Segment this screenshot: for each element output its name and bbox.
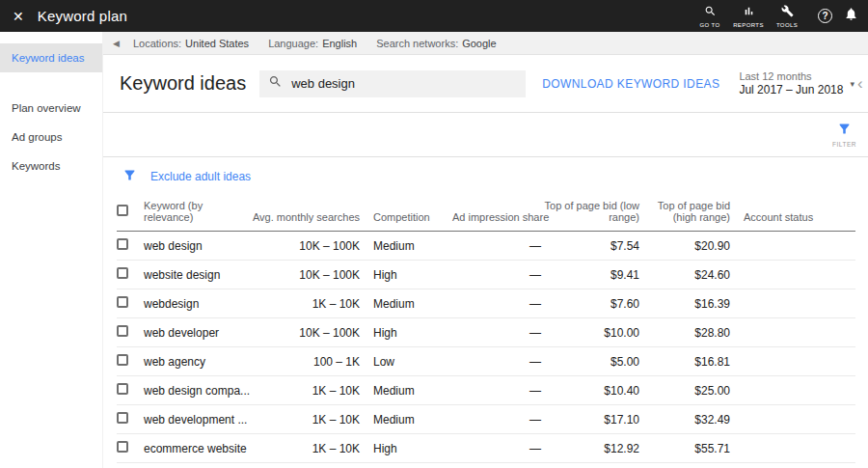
searches-cell: 10K – 100K — [252, 318, 360, 347]
bid-high-cell: $55.71 — [639, 434, 730, 463]
networks-setting[interactable]: Search networks: Google — [376, 38, 496, 49]
column-header-bid-high[interactable]: Top of page bid (high range) — [639, 196, 730, 232]
account-status-cell — [730, 232, 855, 261]
row-checkbox[interactable] — [117, 267, 128, 279]
bid-low-cell: $5.00 — [541, 347, 639, 376]
date-range-value: Jul 2017 – Jun 2018 — [739, 83, 843, 96]
filter-row: FILTER — [103, 113, 868, 157]
row-checkbox[interactable] — [117, 383, 128, 395]
close-icon[interactable]: ✕ — [13, 10, 24, 23]
context-bar: ◀ Locations: United States Language: Eng… — [103, 32, 868, 55]
account-status-cell — [730, 347, 855, 376]
column-header-keyword[interactable]: Keyword (by relevance) — [144, 196, 252, 232]
competition-cell: Medium — [360, 232, 452, 261]
keyword-search-box[interactable] — [259, 70, 526, 97]
impression-share-cell: — — [452, 232, 541, 261]
competition-cell: Medium — [360, 289, 452, 318]
column-header-competition[interactable]: Competition — [360, 196, 452, 232]
searches-cell: 1K – 10K — [252, 434, 360, 463]
sidebar-item-plan-overview[interactable]: Plan overview — [0, 94, 102, 123]
bid-high-cell: $24.60 — [639, 261, 730, 289]
table-row: web development ... 1K – 10K Medium — $1… — [117, 405, 855, 434]
row-checkbox[interactable] — [117, 325, 128, 337]
exclude-adult-ideas-label: Exclude adult ideas — [150, 170, 251, 183]
bid-high-cell: $28.80 — [639, 318, 730, 347]
table-row: website design 10K – 100K High — $9.41 $… — [117, 261, 855, 289]
topbar-left: ✕ Keyword plan — [0, 8, 127, 24]
collapse-panel-chevron-icon[interactable]: ‹ — [857, 75, 866, 92]
select-all-checkbox[interactable] — [117, 205, 128, 216]
notifications-button[interactable] — [844, 7, 858, 25]
download-keyword-ideas-link[interactable]: DOWNLOAD KEYWORD IDEAS — [542, 77, 719, 91]
tools-button[interactable]: TOOLS — [768, 4, 806, 28]
tools-label: TOOLS — [776, 22, 798, 28]
column-header-account-status[interactable]: Account status — [730, 196, 855, 232]
row-checkbox[interactable] — [117, 238, 128, 250]
keyword-cell: web design compa... — [144, 376, 252, 405]
locations-value: United States — [185, 38, 249, 49]
date-range-selector[interactable]: Last 12 months Jul 2017 – Jun 2018 ▾ — [739, 70, 854, 96]
table-row: ecommerce website 1K – 10K High — $12.92… — [117, 434, 855, 463]
networks-value: Google — [462, 38, 496, 49]
exclude-adult-ideas-filter[interactable]: Exclude adult ideas — [103, 157, 868, 196]
bid-high-cell: $20.90 — [639, 232, 730, 261]
sidebar: Keyword ideas Plan overview Ad groups Ke… — [0, 32, 103, 468]
competition-cell: Low — [360, 347, 452, 376]
search-icon — [268, 74, 283, 93]
impression-share-cell: — — [452, 318, 541, 347]
body: Keyword ideas Plan overview Ad groups Ke… — [0, 32, 868, 468]
row-checkbox[interactable] — [117, 296, 128, 308]
bid-low-cell: $10.00 — [541, 318, 639, 347]
date-range-text: Last 12 months Jul 2017 – Jun 2018 — [739, 70, 843, 96]
filter-button[interactable]: FILTER — [832, 122, 856, 148]
topbar: ✕ Keyword plan GO TO REPORTS TOOLS — [0, 0, 868, 32]
keyword-ideas-table: Keyword (by relevance) Avg. monthly sear… — [117, 196, 855, 463]
table-header-row: Keyword (by relevance) Avg. monthly sear… — [117, 196, 855, 232]
competition-cell: High — [360, 261, 452, 289]
impression-share-cell: — — [452, 405, 541, 434]
reports-icon — [743, 4, 755, 21]
competition-cell: Medium — [360, 405, 452, 434]
topbar-right: GO TO REPORTS TOOLS ? — [691, 4, 868, 28]
sidebar-item-keywords[interactable]: Keywords — [0, 151, 102, 180]
bid-high-cell: $16.81 — [639, 347, 730, 376]
searches-cell: 1K – 10K — [252, 405, 360, 434]
account-status-cell — [730, 405, 855, 434]
sidebar-item-ad-groups[interactable]: Ad groups — [0, 123, 102, 151]
filter-label: FILTER — [832, 141, 856, 148]
row-checkbox[interactable] — [117, 412, 128, 424]
sidebar-item-label: Ad groups — [12, 131, 62, 143]
impression-share-cell: — — [452, 434, 541, 463]
help-button[interactable]: ? — [818, 9, 832, 23]
competition-cell: High — [360, 318, 452, 347]
sidebar-item-label: Keywords — [12, 160, 61, 172]
column-header-impression-share[interactable]: Ad impression share — [452, 196, 541, 232]
account-status-cell — [730, 434, 855, 463]
locations-label: Locations: — [133, 38, 181, 49]
goto-button[interactable]: GO TO — [691, 4, 729, 28]
toolbar: Keyword ideas DOWNLOAD KEYWORD IDEAS Las… — [103, 55, 868, 113]
language-value: English — [322, 38, 357, 49]
caret-down-icon: ▾ — [850, 79, 854, 89]
competition-cell: High — [360, 434, 452, 463]
tools-icon — [781, 4, 794, 21]
row-checkbox[interactable] — [117, 354, 128, 366]
table-wrap: Keyword (by relevance) Avg. monthly sear… — [103, 196, 868, 468]
keyword-search-input[interactable] — [291, 76, 508, 91]
back-chevron-icon[interactable]: ◀ — [113, 39, 120, 48]
page-title: Keyword plan — [38, 8, 127, 24]
column-header-searches[interactable]: Avg. monthly searches — [252, 196, 360, 232]
row-checkbox[interactable] — [117, 441, 128, 453]
sidebar-item-keyword-ideas[interactable]: Keyword ideas — [0, 43, 102, 72]
account-status-cell — [730, 376, 855, 405]
search-icon — [704, 4, 717, 21]
keyword-cell: website design — [144, 261, 252, 289]
column-header-bid-low[interactable]: Top of page bid (low range) — [541, 196, 639, 232]
reports-button[interactable]: REPORTS — [729, 4, 768, 28]
table-row: web design 10K – 100K Medium — $7.54 $20… — [117, 232, 855, 261]
language-setting[interactable]: Language: English — [268, 38, 357, 49]
account-status-cell — [730, 289, 855, 318]
locations-setting[interactable]: Locations: United States — [133, 38, 249, 49]
bid-high-cell: $16.39 — [639, 289, 730, 318]
impression-share-cell: — — [452, 376, 541, 405]
